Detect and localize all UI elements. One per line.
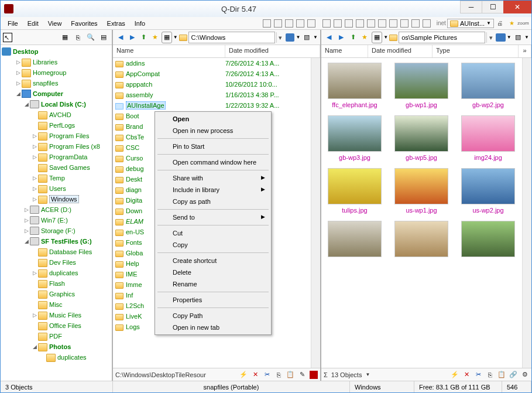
tree-tool-icon[interactable]: ⎘ [72, 32, 84, 43]
minimize-button[interactable]: ─ [460, 1, 482, 13]
layout-icon[interactable] [423, 19, 431, 28]
thumbnail[interactable] [459, 221, 517, 259]
context-menu-item[interactable]: Rename [156, 278, 270, 290]
file-row[interactable]: apppatch10/26/2012 10:0... [113, 79, 311, 90]
thumbnail[interactable]: gb-wp3.jpg [326, 115, 383, 161]
tree-node[interactable]: ▷Storage (F:) [2, 225, 111, 236]
col-date[interactable]: Date modified [225, 45, 320, 57]
tree-node[interactable]: AVCHD [2, 110, 111, 120]
record-icon[interactable] [310, 371, 318, 379]
zoom-icon[interactable]: zoom [519, 19, 528, 28]
layout-icon[interactable] [274, 19, 282, 28]
layout-icon[interactable] [378, 19, 386, 28]
address-dropdown[interactable]: ▾ [276, 32, 284, 43]
delete-icon[interactable]: ✕ [462, 371, 471, 379]
delete-icon[interactable]: ✕ [251, 371, 259, 379]
back-button[interactable]: ◀ [115, 32, 126, 43]
tree-node[interactable]: ▷Windows [2, 194, 111, 204]
tree-node[interactable]: ▷Homegroup [2, 67, 111, 78]
tree-node[interactable]: Saved Games [2, 162, 111, 173]
address-input[interactable] [399, 32, 485, 43]
tool-icon[interactable]: ⚙ [521, 371, 529, 379]
close-button[interactable]: ✕ [503, 1, 531, 13]
maximize-button[interactable]: ☐ [482, 1, 504, 13]
forward-button[interactable]: ▶ [127, 32, 138, 43]
copy-icon[interactable]: ⎘ [486, 371, 494, 379]
tree-node[interactable]: ▷Program Files (x8 [2, 141, 111, 152]
menu-edit[interactable]: Edit [23, 19, 43, 28]
col-name[interactable]: Name [113, 45, 225, 57]
cursor-icon[interactable]: ↖ [3, 33, 12, 42]
thumbnail[interactable]: img24.jpg [459, 115, 517, 161]
context-menu-item[interactable]: Open in new process [156, 125, 270, 136]
col-more[interactable]: » [519, 45, 531, 57]
print-icon[interactable]: 🖨 [495, 19, 504, 28]
tree-node[interactable]: ▷snapfiles [2, 78, 111, 88]
tree-tool-icon[interactable]: 🔍 [85, 32, 97, 43]
up-button[interactable]: ⬆ [348, 32, 358, 43]
context-menu-item[interactable]: Copy as path [156, 196, 270, 207]
paste-icon[interactable]: 📋 [497, 371, 506, 379]
tree-node[interactable]: ▷Users [2, 183, 111, 194]
thumbnail[interactable]: ffc_elephant.jpg [326, 63, 383, 108]
forward-button[interactable]: ▶ [335, 32, 346, 43]
thumbnail[interactable]: us-wp2.jpg [459, 168, 517, 214]
tree-node[interactable]: PDF [2, 331, 111, 341]
paste-icon[interactable]: 📋 [286, 371, 294, 379]
thumbnail[interactable]: us-wp1.jpg [393, 168, 450, 214]
tree-node[interactable]: ◢Photos [2, 341, 111, 352]
tree-node[interactable]: ▷Music Files [2, 310, 111, 320]
active-tab[interactable]: AUInst... ▼ [447, 19, 494, 28]
context-menu-item[interactable]: Properties [156, 294, 270, 306]
layout-icon[interactable] [411, 19, 420, 28]
tree-node[interactable]: ▷Program Files [2, 131, 111, 141]
tree-node[interactable]: Dev Files [2, 257, 111, 268]
menu-favorites[interactable]: Favorites [66, 19, 102, 28]
tree-node[interactable]: ▷Win7 (E:) [2, 215, 111, 225]
layout-icon[interactable] [400, 19, 409, 28]
edit-icon[interactable]: ✎ [298, 371, 306, 379]
color-icon[interactable]: ▧ [301, 32, 312, 43]
context-menu-item[interactable]: Pin to Start [156, 141, 270, 152]
layout-icon[interactable] [285, 19, 293, 28]
col-type[interactable]: Type [433, 45, 519, 57]
tree-node[interactable]: ▷Libraries [2, 57, 111, 67]
filter-icon[interactable]: ⚡ [451, 371, 459, 379]
favorite-icon[interactable]: ★ [507, 19, 516, 28]
layout-icon[interactable] [367, 19, 375, 28]
menu-extras[interactable]: Extras [102, 19, 130, 28]
scrollbar[interactable] [522, 58, 531, 368]
tree-node[interactable]: ◢Local Disk (C:) [2, 99, 111, 110]
dropdown-icon[interactable]: ▼ [365, 372, 370, 377]
layout-icon[interactable] [322, 19, 331, 28]
tree-node[interactable]: Graphics [2, 289, 111, 299]
view-icon[interactable]: ▦ [372, 32, 383, 43]
filter-icon[interactable]: ⚡ [239, 371, 248, 379]
thumbnail[interactable] [326, 221, 383, 259]
context-menu-item[interactable]: Share with▶ [156, 172, 270, 184]
file-row[interactable]: AppCompat7/26/2012 4:13 A... [113, 69, 311, 79]
file-row[interactable]: addins7/26/2012 4:13 A... [113, 58, 311, 69]
context-menu-item[interactable]: Delete [156, 266, 270, 278]
cut-icon[interactable]: ✂ [474, 371, 482, 379]
context-menu-item[interactable]: Copy [156, 239, 270, 251]
tree-node[interactable]: duplicates [2, 352, 111, 363]
file-row[interactable]: AUInstallAge1/22/2013 9:32 A... [113, 100, 311, 111]
col-name[interactable]: Name [321, 45, 368, 57]
up-button[interactable]: ⬆ [138, 32, 149, 43]
monitor-icon[interactable] [286, 33, 295, 42]
cut-icon[interactable]: ✂ [263, 371, 271, 379]
tree-node[interactable]: PerfLogs [2, 120, 111, 131]
thumbnail[interactable]: gb-wp5.jpg [393, 115, 450, 161]
layout-icon[interactable] [389, 19, 397, 28]
context-menu[interactable]: OpenOpen in new processPin to StartOpen … [155, 111, 272, 335]
tree-root[interactable]: Desktop [2, 46, 111, 57]
layout-icon[interactable] [356, 19, 364, 28]
tree-node[interactable]: ▷Temp [2, 173, 111, 183]
context-menu-item[interactable]: Open [156, 113, 270, 125]
tree-node[interactable]: ▷ProgramData [2, 152, 111, 162]
col-date[interactable]: Date modified [368, 45, 433, 57]
folder-tree[interactable]: Desktop▷Libraries▷Homegroup▷snapfiles◢Co… [1, 45, 112, 381]
thumbnail-grid[interactable]: ffc_elephant.jpggb-wp1.jpggb-wp2.jpggb-w… [321, 58, 522, 368]
menu-info[interactable]: Info [130, 19, 150, 28]
